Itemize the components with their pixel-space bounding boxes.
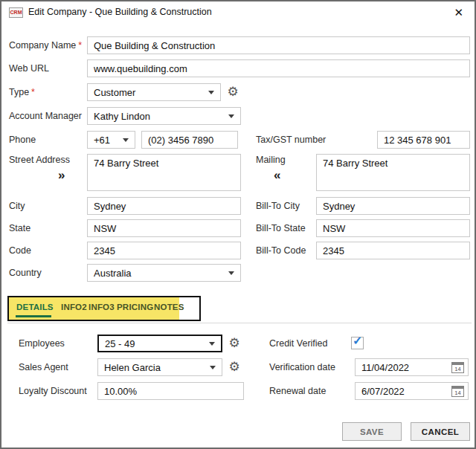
bill-to-city-input[interactable] [316, 197, 470, 215]
copy-address-right-icon[interactable]: » [58, 168, 65, 183]
sales-agent-settings-gear-icon[interactable]: ⚙ [227, 358, 242, 376]
employees-settings-gear-icon[interactable]: ⚙ [227, 335, 242, 352]
crm-app-icon: CRM [9, 7, 23, 18]
country-dropdown[interactable]: Australia [87, 264, 241, 282]
phone-input[interactable] [141, 131, 238, 149]
bill-to-city-label: Bill-To City [256, 197, 300, 215]
code-input[interactable] [87, 242, 241, 259]
renewal-date-value: 6/07/2022 [361, 386, 405, 397]
renewal-date-input[interactable]: 6/07/2022 14 [355, 382, 469, 400]
state-input[interactable] [87, 219, 241, 237]
sales-agent-value: Helen Garcia [104, 362, 161, 373]
verification-date-value: 11/04/2022 [361, 362, 409, 373]
city-input[interactable] [87, 197, 241, 215]
street-address-label: Street Address [9, 151, 70, 169]
tab-divider [7, 323, 472, 323]
calendar-icon[interactable]: 14 [451, 362, 464, 373]
bill-to-state-input[interactable] [316, 219, 470, 237]
bill-to-code-input[interactable] [316, 242, 470, 259]
web-url-input[interactable] [87, 59, 470, 77]
dropdown-arrow-icon [209, 342, 215, 346]
web-url-label: Web URL [9, 59, 49, 77]
dropdown-arrow-icon [208, 91, 214, 94]
verification-date-input[interactable]: 11/04/2022 14 [355, 358, 469, 376]
employees-label: Employees [19, 335, 65, 352]
tab-strip: DETAILS INFO2 INFO3 PRICING NOTES [7, 296, 201, 321]
mailing-address-textarea[interactable]: 74 Barry Street [316, 154, 470, 191]
required-asterisk: * [78, 40, 82, 51]
employees-dropdown[interactable]: 25 - 49 [97, 335, 222, 352]
credit-verified-checkbox[interactable]: ✓ [351, 337, 364, 349]
dropdown-arrow-icon [123, 138, 129, 142]
account-manager-value: Kathy Lindon [94, 111, 150, 122]
city-label: City [9, 197, 25, 215]
copy-address-left-icon[interactable]: « [274, 168, 280, 183]
close-icon[interactable]: ✕ [454, 6, 463, 19]
country-label: Country [9, 264, 42, 282]
window-title: Edit Company - Que Building & Constructi… [28, 7, 212, 17]
sales-agent-label: Sales Agent [19, 358, 68, 376]
bill-to-code-label: Bill-To Code [256, 242, 306, 259]
titlebar: CRM Edit Company - Que Building & Constr… [1, 1, 475, 24]
tab-notes[interactable]: NOTES [154, 303, 184, 311]
sales-agent-dropdown[interactable]: Helen Garcia [97, 358, 222, 376]
selected-tab-underline [16, 315, 51, 317]
check-icon: ✓ [353, 334, 362, 348]
company-name-input[interactable] [87, 36, 470, 54]
tab-info2[interactable]: INFO2 [61, 303, 87, 311]
renewal-date-label: Renewal date [269, 382, 326, 400]
state-label: State [9, 219, 30, 237]
credit-verified-label: Credit Verified [269, 335, 328, 352]
dropdown-arrow-icon [228, 114, 234, 118]
loyalty-discount-label: Loyalty Discount [19, 382, 87, 400]
employees-value: 25 - 49 [105, 338, 135, 349]
cancel-button[interactable]: CANCEL [411, 422, 470, 441]
company-name-label: Company Name* [9, 36, 82, 54]
mailing-label: Mailing [256, 151, 286, 169]
type-label: Type* [9, 83, 35, 101]
tax-gst-input[interactable] [377, 131, 470, 149]
phone-country-code-value: +61 [94, 135, 110, 146]
tab-info3[interactable]: INFO3 [89, 303, 115, 311]
dropdown-arrow-icon [228, 271, 234, 275]
verification-date-label: Verification date [269, 358, 335, 376]
country-value: Australia [94, 268, 132, 279]
save-button[interactable]: SAVE [342, 422, 402, 441]
street-address-textarea[interactable]: 74 Barry Street [87, 154, 241, 191]
tab-pricing[interactable]: PRICING [117, 303, 153, 311]
edit-company-dialog: CRM Edit Company - Que Building & Constr… [0, 0, 476, 449]
tab-details[interactable]: DETAILS [16, 303, 54, 311]
phone-label: Phone [9, 131, 36, 149]
account-manager-dropdown[interactable]: Kathy Lindon [87, 107, 241, 125]
required-asterisk: * [31, 87, 35, 97]
bill-to-state-label: Bill-To State [256, 219, 306, 237]
type-value: Customer [94, 87, 135, 98]
type-dropdown[interactable]: Customer [87, 83, 221, 101]
dropdown-arrow-icon [210, 366, 216, 369]
loyalty-discount-input[interactable] [97, 382, 244, 400]
code-label: Code [9, 242, 31, 259]
phone-country-code-dropdown[interactable]: +61 [87, 131, 135, 149]
tax-gst-label: Tax/GST number [256, 131, 326, 149]
type-settings-gear-icon[interactable]: ⚙ [225, 83, 240, 101]
account-manager-label: Account Manager [9, 107, 82, 125]
calendar-icon[interactable]: 14 [451, 386, 464, 397]
